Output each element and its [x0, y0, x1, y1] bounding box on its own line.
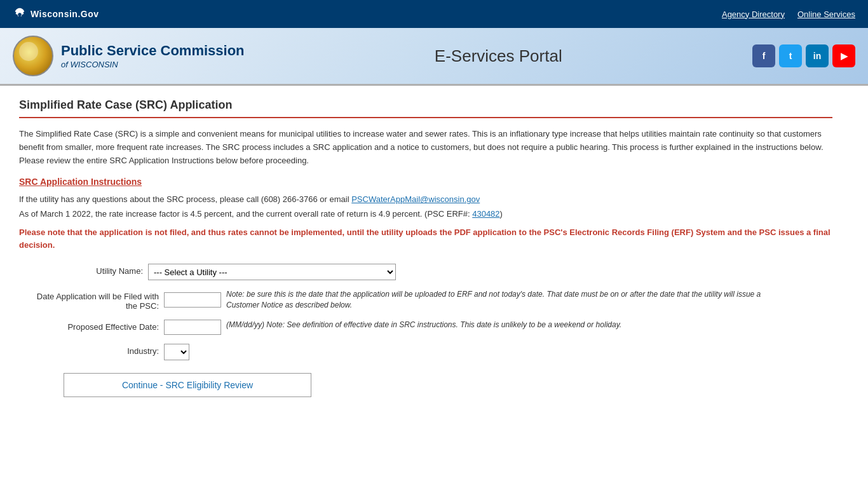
intro-paragraph: The Simplified Rate Case (SRC) is a simp…	[19, 128, 832, 167]
date-filed-label-block: Date Application will be Filed with the …	[32, 289, 159, 311]
facebook-icon[interactable]: f	[752, 44, 775, 67]
agency-name-block: Public Service Commission of WISCONSIN	[61, 43, 245, 69]
utility-name-select[interactable]: --- Select a Utility ---	[148, 264, 396, 280]
agency-directory-link[interactable]: Agency Directory	[722, 10, 785, 19]
svg-point-0	[18, 13, 22, 17]
twitter-icon[interactable]: t	[779, 44, 802, 67]
utility-name-row: Utility Name: --- Select a Utility ---	[32, 264, 832, 280]
contact-paragraph: If the utility has any questions about t…	[19, 194, 832, 204]
date-filed-input-row: Note: be sure this is the date that the …	[164, 289, 766, 311]
date-filed-field-group: Note: be sure this is the date that the …	[164, 289, 766, 311]
utility-name-label: Utility Name:	[32, 264, 143, 276]
online-services-link[interactable]: Online Services	[797, 10, 855, 19]
linkedin-icon[interactable]: in	[806, 44, 829, 67]
erf-link[interactable]: 430482	[472, 209, 499, 219]
date-filed-note: Note: be sure this is the date that the …	[226, 289, 766, 311]
agency-header: Public Service Commission of WISCONSIN E…	[0, 28, 868, 86]
wi-logo-icon	[13, 7, 27, 21]
industry-label: Industry:	[32, 344, 159, 356]
top-navigation-bar: Wisconsin.Gov Agency Directory Online Se…	[0, 0, 868, 28]
rate-text: As of March 1 2022, the rate increase fa…	[19, 209, 470, 219]
wi-gov-text: Wisconsin.Gov	[31, 9, 99, 19]
date-filed-label2: the PSC:	[32, 301, 159, 311]
psc-logo-icon	[13, 36, 53, 76]
effective-date-label: Proposed Effective Date:	[32, 320, 159, 332]
effective-date-note: (MM/dd/yy) Note: See definition of effec…	[226, 320, 621, 330]
continue-button[interactable]: Continue - SRC Eligibility Review	[64, 373, 311, 397]
rate-paragraph: As of March 1 2022, the rate increase fa…	[19, 209, 832, 219]
effective-date-row: Proposed Effective Date: (MM/dd/yy) Note…	[32, 320, 832, 335]
industry-select[interactable]	[164, 344, 189, 360]
youtube-icon[interactable]: ▶	[832, 44, 855, 67]
contact-text: If the utility has any questions about t…	[19, 194, 349, 204]
date-filed-label: Date Application will be Filed with	[32, 292, 159, 301]
effective-date-input[interactable]	[164, 320, 221, 335]
wi-gov-logo: Wisconsin.Gov	[13, 7, 99, 21]
title-divider	[19, 117, 832, 118]
page-title: Simplified Rate Case (SRC) Application	[19, 98, 832, 112]
warning-paragraph: Please note that the application is not …	[19, 226, 832, 251]
agency-branding: Public Service Commission of WISCONSIN	[13, 36, 245, 76]
src-instructions-link[interactable]: SRC Application Instructions	[19, 177, 142, 187]
agency-subtitle: of WISCONSIN	[61, 60, 245, 69]
agency-name: Public Service Commission	[61, 43, 245, 59]
wisconsin-emblem-icon	[13, 7, 27, 21]
industry-row: Industry:	[32, 344, 832, 360]
src-form: Utility Name: --- Select a Utility --- D…	[32, 264, 832, 397]
main-content: Simplified Rate Case (SRC) Application T…	[0, 86, 851, 410]
top-nav-links: Agency Directory Online Services	[722, 10, 855, 19]
contact-email-link[interactable]: PSCWaterAppMail@wisconsin.gov	[351, 194, 480, 204]
portal-title: E-Services Portal	[245, 46, 752, 66]
social-icons-group: f t in ▶	[752, 44, 855, 67]
date-filed-input[interactable]	[164, 292, 221, 308]
date-filed-row: Date Application will be Filed with the …	[32, 289, 832, 311]
